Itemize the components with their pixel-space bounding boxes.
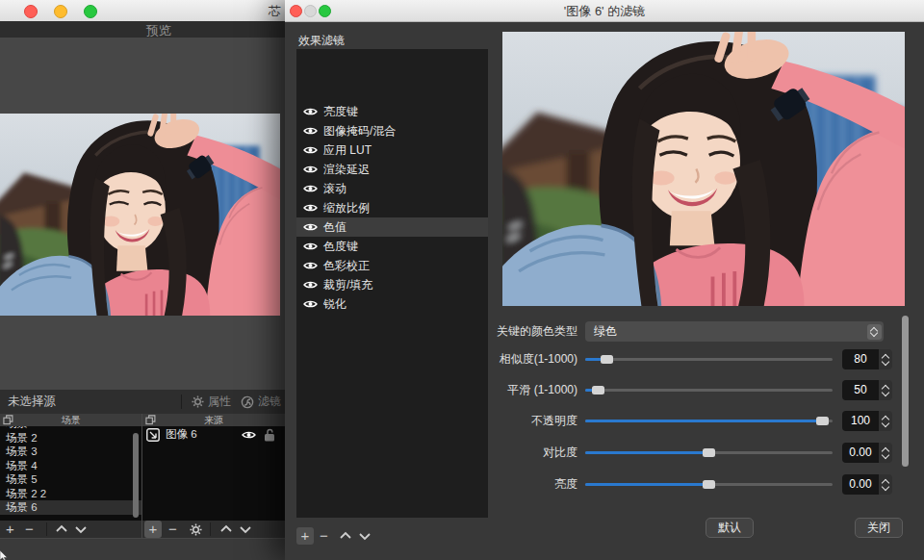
visibility-eye-icon[interactable] (242, 430, 256, 440)
filter-item[interactable]: 渲染延迟 (296, 160, 488, 179)
filter-item[interactable]: 色度键 (296, 237, 488, 256)
filter-preview-photo (502, 32, 905, 306)
eye-icon[interactable] (303, 203, 318, 213)
sources-panel-header[interactable]: 来源 (142, 414, 285, 426)
scene-row[interactable]: 场景 5 (0, 472, 141, 487)
similarity-row: 相似度(1-1000) 80 (285, 349, 924, 369)
slider-handle[interactable] (592, 386, 604, 395)
scene-row[interactable]: 场景 2 2 (0, 487, 141, 501)
screen: 芯 预览 未选择源 属性 滤镜 场景 场景 场景 2 场景 3 场景 4 场景 … (0, 0, 924, 560)
filters-button[interactable]: 滤镜 (241, 394, 281, 410)
smoothness-label: 平滑 (1-1000) (298, 380, 578, 400)
brightness-row: 亮度 0.00 (285, 474, 924, 495)
move-source-down-button[interactable] (239, 523, 252, 535)
slider-handle[interactable] (703, 448, 715, 457)
dialog-scrollbar[interactable] (902, 316, 909, 467)
smoothness-slider[interactable] (585, 380, 833, 400)
eye-icon[interactable] (303, 280, 318, 290)
scene-row[interactable]: 场景 3 (0, 445, 141, 459)
eye-icon[interactable] (303, 184, 318, 193)
dialog-titlebar: '图像 6' 的滤镜 (285, 0, 924, 22)
eye-icon[interactable] (303, 145, 318, 155)
spin-stepper[interactable] (879, 474, 892, 495)
remove-scene-button[interactable]: − (25, 521, 34, 538)
filter-item[interactable]: 缩放比例 (296, 198, 488, 217)
eye-icon[interactable] (303, 261, 318, 270)
similarity-spinbox[interactable]: 80 (842, 349, 892, 369)
lock-icon[interactable] (264, 428, 275, 442)
move-source-up-button[interactable] (219, 523, 233, 535)
sources-list: 图像 6 (142, 426, 285, 521)
filter-item[interactable]: 应用 LUT (296, 140, 488, 160)
key-color-row: 关键的颜色类型 绿色 (285, 321, 924, 342)
move-scene-down-button[interactable] (74, 523, 88, 535)
source-name: 图像 6 (166, 427, 242, 442)
scene-row[interactable]: 场景 4 (0, 459, 141, 473)
defaults-button[interactable]: 默认 (706, 518, 754, 538)
spin-stepper[interactable] (879, 443, 892, 463)
gear-icon (192, 395, 204, 408)
eye-icon[interactable] (303, 126, 318, 136)
properties-button[interactable]: 属性 (192, 394, 231, 410)
slider-handle[interactable] (703, 480, 715, 489)
main-zoom-button[interactable] (84, 5, 97, 18)
filter-item[interactable]: 锐化 (296, 294, 488, 314)
dialog-title: '图像 6' 的滤镜 (285, 3, 924, 20)
add-filter-button[interactable]: + (296, 527, 314, 545)
filter-item[interactable]: 裁剪/填充 (296, 275, 488, 294)
main-minimize-button[interactable] (54, 5, 67, 18)
scene-row[interactable]: 场景 2 (0, 431, 141, 445)
contrast-label: 对比度 (298, 443, 578, 463)
remove-filter-button[interactable]: − (320, 527, 328, 545)
contrast-spinbox[interactable]: 0.00 (842, 443, 892, 463)
filter-item[interactable]: 亮度键 (296, 102, 488, 121)
similarity-slider[interactable] (585, 349, 833, 369)
main-window-title-fragment: 芯 (269, 3, 281, 20)
source-properties-gear-icon[interactable] (190, 523, 202, 536)
filters-icon (241, 395, 254, 409)
scene-row-selected[interactable]: 场景 6 (0, 500, 141, 515)
move-filter-down-button[interactable] (358, 530, 372, 542)
image-source-icon (146, 428, 160, 442)
opacity-row: 不透明度 100 (285, 411, 924, 431)
brightness-spinbox[interactable]: 0.00 (842, 474, 892, 495)
properties-label: 属性 (208, 394, 231, 410)
spin-stepper[interactable] (879, 380, 892, 400)
opacity-slider[interactable] (585, 411, 833, 431)
spin-stepper[interactable] (879, 349, 892, 369)
add-scene-button[interactable]: + (6, 521, 14, 538)
move-scene-up-button[interactable] (55, 523, 68, 535)
eye-icon[interactable] (303, 242, 318, 251)
bottom-strip (0, 539, 285, 560)
eye-icon[interactable] (303, 107, 318, 116)
eye-icon[interactable] (303, 222, 318, 232)
filter-item[interactable]: 滚动 (296, 179, 488, 198)
filter-item[interactable]: 图像掩码/混合 (296, 121, 488, 140)
slider-handle[interactable] (601, 355, 613, 364)
move-filter-up-button[interactable] (339, 530, 352, 542)
dropdown-stepper[interactable] (867, 324, 882, 340)
contrast-row: 对比度 0.00 (285, 443, 924, 463)
spin-stepper[interactable] (879, 411, 892, 431)
source-row[interactable]: 图像 6 (142, 426, 285, 443)
eye-icon[interactable] (303, 299, 318, 309)
eye-icon[interactable] (303, 165, 318, 174)
close-button[interactable]: 关闭 (855, 518, 903, 538)
program-preview-canvas[interactable] (0, 114, 280, 316)
scenes-panel-header[interactable]: 场景 (0, 414, 141, 426)
opacity-label: 不透明度 (298, 411, 578, 431)
filter-item[interactable]: 色彩校正 (296, 256, 488, 275)
opacity-spinbox[interactable]: 100 (842, 411, 892, 431)
contrast-slider[interactable] (585, 443, 833, 463)
divider (181, 395, 182, 409)
slider-handle[interactable] (816, 417, 829, 425)
smoothness-row: 平滑 (1-1000) 50 (285, 380, 924, 400)
brightness-slider[interactable] (585, 474, 833, 495)
smoothness-spinbox[interactable]: 50 (842, 380, 892, 400)
scenes-scrollbar[interactable] (133, 433, 139, 518)
remove-source-button[interactable]: − (168, 521, 177, 538)
add-source-button[interactable]: + (144, 521, 162, 538)
main-close-button[interactable] (24, 5, 38, 18)
key-color-dropdown[interactable]: 绿色 (585, 321, 884, 342)
filter-item-selected[interactable]: 色值 (296, 217, 488, 237)
